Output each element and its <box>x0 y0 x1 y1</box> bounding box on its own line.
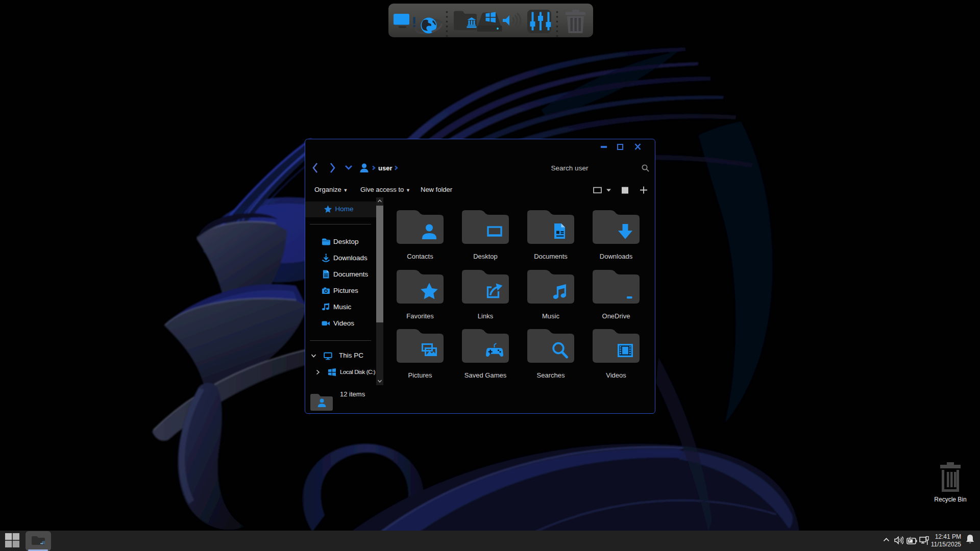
svg-text:user: user <box>378 164 392 172</box>
